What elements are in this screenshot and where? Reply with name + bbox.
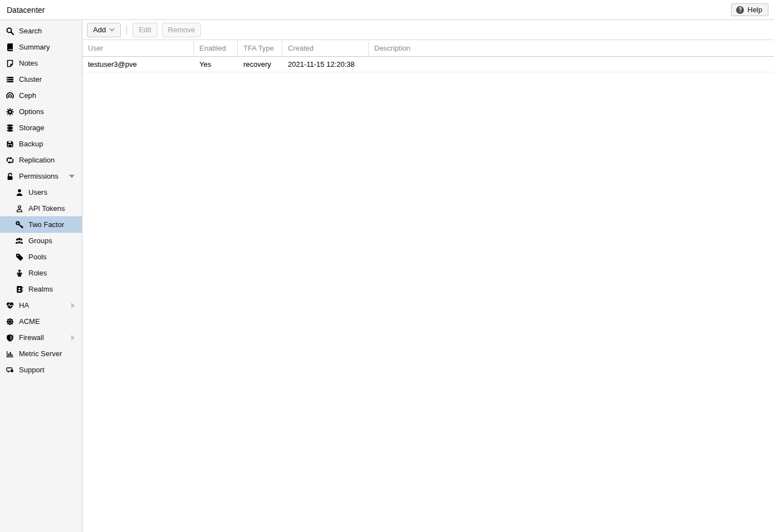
- sidebar-item-support[interactable]: Support: [0, 362, 82, 378]
- question-circle-icon: ?: [736, 6, 744, 14]
- cell-created: 2021-11-15 12:20:38: [282, 57, 369, 72]
- sidebar-item-label: Pools: [28, 253, 47, 261]
- sidebar-item-label: API Tokens: [28, 204, 65, 213]
- column-header-enabled[interactable]: Enabled: [194, 40, 238, 56]
- add-button[interactable]: Add: [87, 23, 121, 37]
- sidebar-item-search[interactable]: Search: [0, 23, 82, 39]
- tag-icon: [14, 253, 24, 261]
- edit-button[interactable]: Edit: [133, 23, 157, 37]
- sidebar-item-label: Users: [28, 188, 47, 196]
- toolbar-separator: [126, 25, 127, 35]
- remove-button[interactable]: Remove: [162, 23, 201, 37]
- column-header-tfa-type[interactable]: TFA Type: [238, 40, 282, 56]
- sidebar-item-two-factor[interactable]: Two Factor: [0, 216, 82, 233]
- cell-enabled: Yes: [194, 57, 238, 72]
- cell-description: [369, 57, 774, 72]
- chevron-right-icon[interactable]: [71, 303, 75, 308]
- chevron-down-icon: [109, 28, 115, 32]
- sidebar-item-groups[interactable]: Groups: [0, 233, 82, 249]
- comments-icon: [5, 366, 14, 374]
- sidebar-item-metric-server[interactable]: Metric Server: [0, 346, 82, 362]
- sidebar-item-summary[interactable]: Summary: [0, 39, 82, 55]
- column-header-created[interactable]: Created: [282, 40, 369, 56]
- sidebar-item-label: Cluster: [19, 75, 42, 83]
- sidebar-item-label: Metric Server: [19, 349, 62, 358]
- key-icon: [14, 221, 24, 229]
- sidebar-item-ceph[interactable]: Ceph: [0, 87, 82, 104]
- sidebar-item-firewall[interactable]: Firewall: [0, 329, 82, 346]
- sidebar-item-label: Ceph: [19, 91, 36, 100]
- table-header: User Enabled TFA Type Created Descriptio…: [82, 40, 774, 57]
- column-header-description[interactable]: Description: [369, 40, 774, 56]
- storage-icon: [5, 124, 14, 132]
- gear-icon: [5, 108, 14, 116]
- cell-tfa-type: recovery: [238, 57, 282, 72]
- cell-user: testuser3@pve: [82, 57, 194, 72]
- heartbeat-icon: [5, 302, 14, 309]
- person-icon: [14, 269, 24, 277]
- sidebar-item-ha[interactable]: HA: [0, 297, 82, 313]
- sidebar-item-api-tokens[interactable]: API Tokens: [0, 200, 82, 216]
- help-button-label: Help: [747, 6, 762, 14]
- bar-chart-icon: [5, 350, 14, 358]
- sidebar-item-label: ACME: [19, 317, 40, 326]
- sidebar-item-label: Groups: [28, 237, 52, 245]
- sidebar-item-storage[interactable]: Storage: [0, 120, 82, 136]
- sidebar-item-realms[interactable]: Realms: [0, 281, 82, 297]
- add-button-label: Add: [93, 26, 106, 34]
- sidebar-item-replication[interactable]: Replication: [0, 152, 82, 168]
- user-outline-icon: [14, 205, 24, 213]
- sidebar-item-label: Options: [19, 107, 44, 116]
- sidebar-item-label: Search: [19, 27, 42, 35]
- cluster-icon: [5, 76, 14, 83]
- sidebar-item-label: Permissions: [19, 172, 58, 180]
- column-header-user[interactable]: User: [82, 40, 194, 56]
- table-row[interactable]: testuser3@pve Yes recovery 2021-11-15 12…: [82, 57, 774, 72]
- user-icon: [14, 189, 24, 196]
- ceph-icon: [5, 92, 14, 100]
- sidebar-item-label: Replication: [19, 156, 55, 164]
- sidebar-item-label: Support: [19, 366, 45, 374]
- unlock-icon: [5, 173, 14, 180]
- sidebar-item-label: Notes: [19, 59, 38, 67]
- seal-icon: [5, 318, 14, 326]
- sidebar-item-permissions[interactable]: Permissions: [0, 168, 82, 184]
- edit-button-label: Edit: [139, 26, 151, 34]
- sidebar-item-label: Firewall: [19, 333, 44, 342]
- top-bar: Datacenter ? Help: [0, 0, 774, 20]
- help-button[interactable]: ? Help: [731, 3, 768, 16]
- summary-icon: [5, 43, 14, 51]
- remove-button-label: Remove: [168, 26, 195, 34]
- sidebar-item-backup[interactable]: Backup: [0, 136, 82, 152]
- backup-icon: [5, 140, 14, 148]
- sidebar-item-label: Two Factor: [28, 220, 64, 229]
- sidebar-item-notes[interactable]: Notes: [0, 55, 82, 71]
- sidebar-item-acme[interactable]: ACME: [0, 313, 82, 329]
- sidebar-item-label: HA: [19, 301, 29, 309]
- replication-icon: [5, 156, 14, 164]
- sidebar-item-pools[interactable]: Pools: [0, 249, 82, 265]
- sidebar-item-options[interactable]: Options: [0, 104, 82, 120]
- search-icon: [5, 27, 14, 35]
- page-title: Datacenter: [7, 6, 45, 14]
- toolbar: Add Edit Remove: [82, 20, 774, 40]
- sidebar-item-label: Realms: [28, 285, 53, 293]
- chevron-right-icon[interactable]: [71, 335, 75, 341]
- sidebar-item-label: Storage: [19, 124, 45, 132]
- sidebar-item-roles[interactable]: Roles: [0, 265, 82, 281]
- two-factor-panel: Add Edit Remove User Enabled TFA Type: [82, 20, 774, 532]
- notes-icon: [5, 60, 14, 67]
- chevron-down-icon[interactable]: [69, 175, 75, 178]
- sidebar-item-label: Backup: [19, 140, 43, 148]
- sidebar-item-label: Summary: [19, 43, 50, 51]
- address-book-icon: [14, 285, 24, 293]
- sidebar-tree: Search Summary Notes Cluster Ceph: [0, 20, 82, 532]
- sidebar-item-users[interactable]: Users: [0, 184, 82, 200]
- shield-icon: [5, 334, 14, 342]
- users-icon: [14, 237, 24, 245]
- sidebar-item-cluster[interactable]: Cluster: [0, 71, 82, 87]
- sidebar-item-label: Roles: [28, 269, 47, 277]
